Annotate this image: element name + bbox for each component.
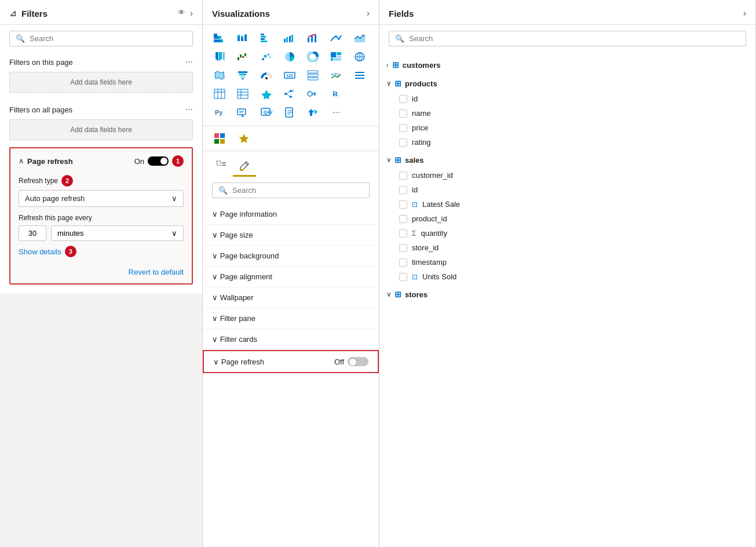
viz-build-tab[interactable]	[210, 156, 233, 177]
svg-rect-20	[311, 36, 313, 42]
refresh-type-dropdown[interactable]: Auto page refresh ∨	[19, 190, 184, 207]
field-sales-id-checkbox[interactable]	[399, 186, 407, 194]
fields-search-box[interactable]: 🔍	[389, 31, 746, 46]
viz-icon-kpi[interactable]: KPI	[326, 67, 346, 84]
viz-section-page-refresh[interactable]: ∨ Page refresh Off	[203, 350, 379, 373]
field-timestamp-checkbox[interactable]	[399, 258, 407, 267]
field-product-id-checkbox[interactable]	[399, 95, 407, 103]
viz-icon-clustered-col[interactable]	[280, 30, 300, 47]
chevron-right-icon[interactable]: ›	[190, 8, 193, 19]
viz-icon-funnel[interactable]	[233, 67, 253, 84]
fields-chevron-right-icon[interactable]: ›	[743, 8, 746, 19]
viz-icon-treemap[interactable]	[326, 48, 346, 65]
viz-icon-filled-map[interactable]	[210, 67, 229, 84]
field-sales-id[interactable]: id	[379, 183, 755, 197]
customers-label: customers	[403, 61, 441, 70]
revert-default-button[interactable]: Revert to default	[19, 268, 184, 276]
field-product-price[interactable]: price	[379, 121, 755, 135]
viz-icon-column[interactable]	[233, 30, 253, 47]
viz-icon-scatter[interactable]	[257, 48, 276, 65]
viz-icon-key-influencers[interactable]	[303, 85, 323, 103]
field-units-sold[interactable]: ⊡ Units Sold	[379, 269, 755, 284]
viz-section-page-size[interactable]: ∨ Page size	[203, 225, 379, 246]
filters-all-pages-menu[interactable]: ···	[185, 104, 193, 115]
viz-icon-line[interactable]	[326, 30, 346, 47]
units-sold-calc-icon: ⊡	[412, 273, 418, 281]
field-product-name-checkbox[interactable]	[399, 110, 407, 118]
viz-icon-azure-map[interactable]	[257, 85, 276, 103]
field-latest-sale[interactable]: ⊡ Latest Sale	[379, 197, 755, 211]
field-quantity-checkbox[interactable]	[399, 229, 407, 238]
viz-icon-paginated[interactable]	[280, 104, 300, 121]
viz-icon-qa[interactable]: Q&A	[257, 104, 276, 121]
viz-search-box[interactable]: 🔍	[212, 183, 370, 198]
viz-icon-line-col[interactable]	[303, 30, 323, 47]
viz-page-refresh-toggle[interactable]	[348, 357, 368, 366]
field-units-sold-checkbox[interactable]	[399, 273, 407, 281]
viz-icon-power-automate[interactable]	[303, 104, 323, 121]
viz-icon-bar[interactable]	[210, 30, 229, 47]
field-store-id[interactable]: store_id	[379, 240, 755, 255]
viz-format-tab[interactable]	[233, 156, 256, 177]
viz-icon-map[interactable]	[350, 48, 370, 65]
svg-rect-15	[284, 39, 286, 42]
viz-section-page-info[interactable]: ∨ Page information	[203, 204, 379, 225]
viz-icon-clustered-bar[interactable]	[257, 30, 276, 47]
customers-group-header[interactable]: › ⊞ customers	[379, 57, 755, 73]
field-product-id[interactable]: id	[379, 92, 755, 106]
field-customer-id[interactable]: customer_id	[379, 168, 755, 183]
viz-icon-decomp-tree[interactable]	[280, 85, 300, 103]
page-refresh-toggle[interactable]	[148, 156, 169, 166]
fields-search-input[interactable]	[409, 34, 740, 43]
field-product-name[interactable]: name	[379, 106, 755, 121]
viz-color-palette-icon[interactable]	[210, 130, 229, 147]
viz-icon-gauge[interactable]	[257, 67, 276, 84]
svg-marker-23	[216, 52, 218, 61]
viz-icon-card[interactable]: 123	[280, 67, 300, 84]
field-product-rating-checkbox[interactable]	[399, 138, 407, 147]
field-customer-id-checkbox[interactable]	[399, 172, 407, 180]
eye-icon[interactable]: 👁	[178, 8, 185, 19]
viz-icon-r-visual[interactable]: R	[326, 85, 346, 103]
viz-icon-python[interactable]: Py	[210, 104, 229, 121]
svg-point-75	[308, 92, 312, 96]
viz-section-filter-pane[interactable]: ∨ Filter pane	[203, 308, 379, 329]
filters-this-page-menu[interactable]: ···	[185, 57, 193, 67]
viz-icon-table[interactable]	[210, 85, 229, 103]
interval-unit-dropdown[interactable]: minutes ∨	[51, 225, 184, 241]
viz-icon-donut[interactable]	[303, 48, 323, 65]
field-product-id-sales-checkbox[interactable]	[399, 215, 407, 223]
viz-icon-smart-narrative[interactable]	[233, 104, 253, 121]
viz-icon-pie[interactable]	[280, 48, 300, 65]
viz-section-filter-cards[interactable]: ∨ Filter cards	[203, 329, 379, 350]
field-store-id-checkbox[interactable]	[399, 244, 407, 252]
field-product-id-sales[interactable]: product_id	[379, 211, 755, 226]
viz-icon-ribbon[interactable]	[210, 48, 229, 65]
products-group-header[interactable]: ∨ ⊞ products	[379, 75, 755, 92]
sales-group-header[interactable]: ∨ ⊞ sales	[379, 152, 755, 168]
viz-icon-more[interactable]: ···	[326, 104, 346, 121]
filters-search-box[interactable]: 🔍	[9, 31, 193, 46]
field-product-price-checkbox[interactable]	[399, 124, 407, 132]
viz-icon-waterfall[interactable]	[233, 48, 253, 65]
viz-chevron-right-icon[interactable]: ›	[367, 8, 370, 19]
field-quantity[interactable]: Σ quantity	[379, 226, 755, 240]
viz-section-wallpaper[interactable]: ∨ Wallpaper	[203, 287, 379, 308]
viz-icon-matrix[interactable]	[233, 85, 253, 103]
filters-search-input[interactable]	[30, 34, 187, 43]
viz-icon-multi-row-card[interactable]	[303, 67, 323, 84]
viz-section-page-alignment[interactable]: ∨ Page alignment	[203, 267, 379, 287]
field-latest-sale-checkbox[interactable]	[399, 200, 407, 209]
viz-search-input[interactable]	[232, 186, 363, 195]
field-product-rating[interactable]: rating	[379, 135, 755, 149]
viz-section-page-background[interactable]: ∨ Page background	[203, 246, 379, 267]
viz-star-icon[interactable]	[234, 130, 254, 147]
interval-number-input[interactable]	[19, 225, 46, 241]
viz-icon-area[interactable]	[350, 30, 370, 47]
field-timestamp[interactable]: timestamp	[379, 255, 755, 269]
show-details-link[interactable]: Show details 3	[19, 246, 76, 257]
svg-rect-11	[261, 34, 264, 35]
fields-title-text: Fields	[389, 9, 414, 19]
viz-icon-slicer[interactable]	[350, 67, 370, 84]
stores-group-header[interactable]: ∨ ⊞ stores	[379, 286, 755, 302]
